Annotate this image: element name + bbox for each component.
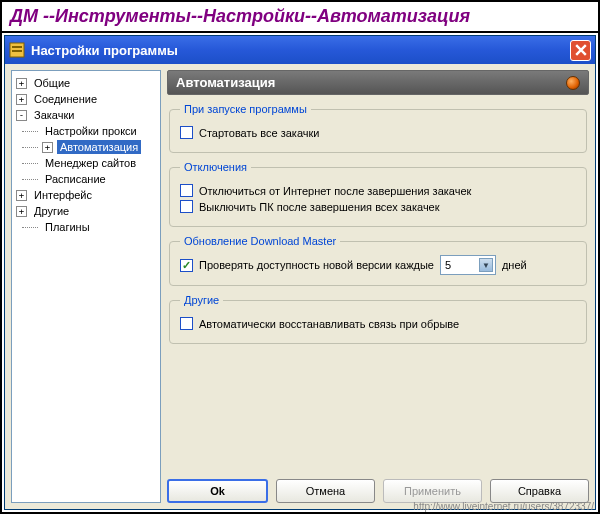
page-header: ДМ --Инструменты--Настройки--Автоматизац… <box>2 2 598 33</box>
button-bar: Ok Отмена Применить Справка <box>167 473 589 503</box>
tree-item[interactable]: +Автоматизация <box>14 139 158 155</box>
tree-item[interactable]: Плагины <box>14 219 158 235</box>
checkbox-check-update[interactable] <box>180 259 193 272</box>
expand-icon[interactable]: + <box>16 94 27 105</box>
group-other-legend: Другие <box>180 294 223 306</box>
tree-item-label: Общие <box>31 76 73 90</box>
cancel-button[interactable]: Отмена <box>276 479 375 503</box>
window-title: Настройки программы <box>31 43 570 58</box>
help-button[interactable]: Справка <box>490 479 589 503</box>
label-check-update: Проверять доступность новой версии кажды… <box>199 259 434 271</box>
category-tree[interactable]: +Общие+Соединение-ЗакачкиНастройки прокс… <box>11 70 161 503</box>
label-disconnect: Отключиться от Интернет после завершения… <box>199 185 471 197</box>
tree-item-label: Интерфейс <box>31 188 95 202</box>
expand-icon[interactable]: + <box>16 190 27 201</box>
section-header: Автоматизация <box>167 70 589 95</box>
tree-item-label: Менеджер сайтов <box>42 156 139 170</box>
tree-item-label: Плагины <box>42 220 93 234</box>
label-auto-reconnect: Автоматически восстанавливать связь при … <box>199 318 459 330</box>
page-title: ДМ --Инструменты--Настройки--Автоматизац… <box>10 6 590 27</box>
label-start-all: Стартовать все закачки <box>199 127 319 139</box>
tree-item[interactable]: +Общие <box>14 75 158 91</box>
ok-button[interactable]: Ok <box>167 479 268 503</box>
tree-item-label: Автоматизация <box>57 140 141 154</box>
label-shutdown-pc: Выключить ПК после завершения всех закач… <box>199 201 440 213</box>
group-update-legend: Обновление Download Master <box>180 235 340 247</box>
tree-item-label: Расписание <box>42 172 109 186</box>
days-select[interactable]: 5 ▼ <box>440 255 496 275</box>
settings-window: Настройки программы +Общие+Соединение-За… <box>4 35 596 510</box>
tree-item-label: Закачки <box>31 108 77 122</box>
status-dot-icon <box>566 76 580 90</box>
tree-item[interactable]: +Интерфейс <box>14 187 158 203</box>
titlebar: Настройки программы <box>5 36 595 64</box>
close-icon <box>575 44 587 56</box>
chevron-down-icon: ▼ <box>479 258 493 272</box>
expand-icon[interactable]: + <box>16 78 27 89</box>
tree-item[interactable]: +Соединение <box>14 91 158 107</box>
days-suffix: дней <box>502 259 527 271</box>
tree-item[interactable]: -Закачки <box>14 107 158 123</box>
tree-item-label: Другие <box>31 204 72 218</box>
tree-item[interactable]: Менеджер сайтов <box>14 155 158 171</box>
tree-item-label: Настройки прокси <box>42 124 140 138</box>
tree-item-label: Соединение <box>31 92 100 106</box>
checkbox-auto-reconnect[interactable] <box>180 317 193 330</box>
expand-icon[interactable]: + <box>16 206 27 217</box>
section-title: Автоматизация <box>176 75 566 90</box>
svg-rect-2 <box>12 50 22 52</box>
group-other: Другие Автоматически восстанавливать свя… <box>169 294 587 344</box>
group-shutdown-legend: Отключения <box>180 161 251 173</box>
app-icon <box>9 42 25 58</box>
group-update: Обновление Download Master Проверять дос… <box>169 235 587 286</box>
tree-item[interactable]: Расписание <box>14 171 158 187</box>
checkbox-start-all[interactable] <box>180 126 193 139</box>
group-startup-legend: При запуске программы <box>180 103 311 115</box>
expand-icon[interactable]: + <box>42 142 53 153</box>
days-value: 5 <box>445 259 451 271</box>
checkbox-shutdown-pc[interactable] <box>180 200 193 213</box>
tree-item[interactable]: +Другие <box>14 203 158 219</box>
watermark: http://www.liveinternet.ru/users/3872337… <box>413 501 594 512</box>
collapse-icon[interactable]: - <box>16 110 27 121</box>
close-button[interactable] <box>570 40 591 61</box>
checkbox-disconnect[interactable] <box>180 184 193 197</box>
group-startup: При запуске программы Стартовать все зак… <box>169 103 587 153</box>
group-shutdown: Отключения Отключиться от Интернет после… <box>169 161 587 227</box>
svg-rect-1 <box>12 46 22 48</box>
tree-item[interactable]: Настройки прокси <box>14 123 158 139</box>
apply-button: Применить <box>383 479 482 503</box>
